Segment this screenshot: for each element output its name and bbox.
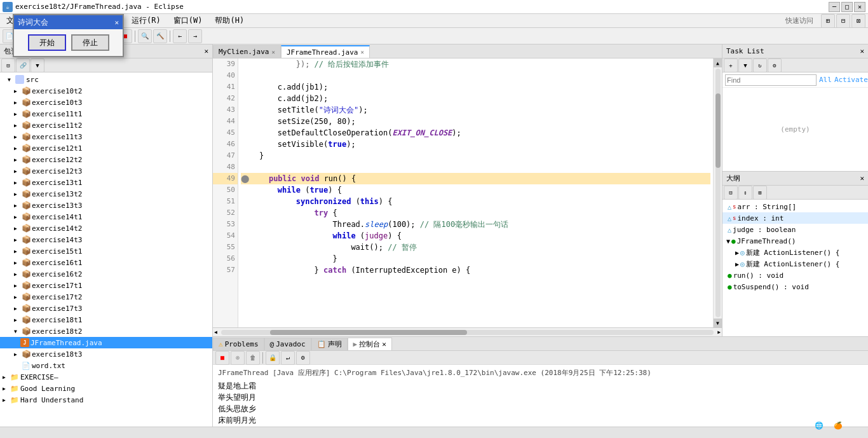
- toolbar-icon-2[interactable]: ⊟: [836, 14, 850, 28]
- tab-console-close[interactable]: ✕: [382, 340, 386, 348]
- console-clear-button[interactable]: 🗑: [246, 351, 260, 365]
- tree-item-exercise13t2[interactable]: ▶ 📦 exercise13t2: [0, 188, 212, 200]
- tree-item-exercise13t3[interactable]: ▶ 📦 exercise13t3: [0, 200, 212, 211]
- tree-item-exercise17t2[interactable]: ▶ 📦 exercise17t2: [0, 291, 212, 303]
- task-filter-button[interactable]: ▼: [738, 58, 752, 72]
- outline-filter-button[interactable]: ⊞: [753, 186, 767, 200]
- toolbar-icon-3[interactable]: ⊠: [851, 14, 865, 28]
- tree-item-exercise10t3[interactable]: ▶ 📦 exercise10t3: [0, 97, 212, 108]
- forward-button[interactable]: →: [188, 29, 202, 43]
- outline-collapse-button[interactable]: ⊟: [724, 186, 738, 200]
- outline-item-index[interactable]: △ s index : int: [722, 212, 868, 224]
- outline-close-icon[interactable]: ✕: [860, 174, 864, 182]
- tab-myclient[interactable]: MyClien.java ✕: [213, 45, 281, 58]
- code-editor[interactable]: 39 40 41 42 43 44 45 46 47 48 49 50 51 5…: [213, 58, 722, 327]
- tree-item-exercise16t1[interactable]: ▶ 📦 exercise16t1: [0, 257, 212, 268]
- console-terminate-button[interactable]: ⊗: [231, 351, 245, 365]
- tree-item-exercise14t1[interactable]: ▶ 📦 exercise14t1: [0, 211, 212, 222]
- outline-item-judge[interactable]: △ judge : boolean: [722, 224, 868, 235]
- tree-item-hard-understand[interactable]: ▶ 📁 Hard Understand: [0, 394, 212, 406]
- tree-item-exercise11t3[interactable]: ▶ 📦 exercise11t3: [0, 131, 212, 142]
- hscroll-right-button[interactable]: ▶: [716, 329, 722, 335]
- close-button[interactable]: ✕: [854, 2, 865, 12]
- tree-item-exercise18t1[interactable]: ▶ 📦 exercise18t1: [0, 314, 212, 325]
- tree-item-word-txt[interactable]: ▶ 📄 word.txt: [0, 360, 212, 371]
- menu-run[interactable]: 运行(R): [128, 14, 165, 27]
- outline-item-arr[interactable]: △ s arr : String[]: [722, 201, 868, 212]
- tab-javadoc[interactable]: @ Javadoc: [264, 338, 311, 350]
- tree-item-exercise17t3[interactable]: ▶ 📦 exercise17t3: [0, 303, 212, 314]
- popup-title-text: 诗词大会: [18, 17, 48, 28]
- tree-item-exercise13t1[interactable]: ▶ 📦 exercise13t1: [0, 177, 212, 188]
- task-new-button[interactable]: +: [724, 58, 738, 72]
- tree-item-exercise12t3[interactable]: ▶ 📦 exercise12t3: [0, 165, 212, 177]
- tab-myclient-close[interactable]: ✕: [271, 49, 275, 55]
- linenum-55: 55: [213, 242, 238, 253]
- outline-item-run[interactable]: ● run() : void: [722, 270, 868, 281]
- outline-item-actionlistener1[interactable]: ▶ ◎ 新建 ActionListener() {: [722, 247, 868, 258]
- task-refresh-button[interactable]: ↻: [753, 58, 767, 72]
- toolbar-icon-1[interactable]: ⊞: [821, 14, 835, 28]
- editor-vscrollbar[interactable]: ▲ ▼: [713, 58, 722, 327]
- console-stop-button[interactable]: ■: [215, 351, 229, 365]
- tree-item-exercise12t2[interactable]: ▶ 📦 exercise12t2: [0, 154, 212, 165]
- package-explorer-close-icon[interactable]: ✕: [204, 47, 208, 55]
- code-content[interactable]: }); // 给后按钮添加事件 c.add(jb1); c.add(jb2);: [238, 58, 713, 327]
- tree-item-exercise14t3[interactable]: ▶ 📦 exercise14t3: [0, 234, 212, 245]
- task-settings-button[interactable]: ⚙: [768, 58, 782, 72]
- menu-help[interactable]: 帮助(H): [211, 14, 248, 27]
- outline-item-actionlistener2[interactable]: ▶ ◎ 新建 ActionListener() {: [722, 258, 868, 270]
- outline-item-constructor[interactable]: ▼ ● JFrameThread(): [722, 235, 868, 247]
- tree-label-hard-understand: Hard Understand: [20, 396, 83, 404]
- tab-console[interactable]: ▶ 控制台 ✕: [348, 338, 392, 350]
- build-button[interactable]: 🔨: [153, 29, 167, 43]
- tree-item-jframethread[interactable]: J JFrameThread.java: [0, 337, 212, 348]
- tab-problems[interactable]: ⚠ Problems: [213, 338, 264, 350]
- tree-item-src[interactable]: ▼ src: [0, 74, 212, 85]
- tab-jframethread-close[interactable]: ✕: [361, 49, 364, 55]
- task-find-input[interactable]: [725, 74, 817, 86]
- tree-item-exercise10t2[interactable]: ▶ 📦 exercise10t2: [0, 85, 212, 97]
- popup-stop-button[interactable]: 停止: [71, 34, 109, 51]
- editor-hscrollbar[interactable]: ◀ ▶: [213, 327, 722, 336]
- hscroll-thumb[interactable]: [270, 330, 467, 335]
- menu-window[interactable]: 窗口(W): [170, 14, 207, 27]
- tree-item-exercise11t1[interactable]: ▶ 📦 exercise11t1: [0, 108, 212, 120]
- tree-item-good-learning[interactable]: ▶ 📁 Good Learning: [0, 383, 212, 394]
- tree-item-exercise12t1[interactable]: ▶ 📦 exercise12t1: [0, 142, 212, 154]
- tab-jframethread[interactable]: JFrameThread.java ✕: [281, 45, 370, 58]
- tree-item-exercise15t1[interactable]: ▶ 📦 exercise15t1: [0, 245, 212, 257]
- maximize-button[interactable]: □: [841, 2, 853, 12]
- tree-item-exercise11t2[interactable]: ▶ 📦 exercise11t2: [0, 120, 212, 131]
- tree-item-exercise14t2[interactable]: ▶ 📦 exercise14t2: [0, 222, 212, 234]
- scroll-up-button[interactable]: ▲: [714, 58, 722, 67]
- console-word-wrap-button[interactable]: ↵: [281, 351, 295, 365]
- title-bar-controls: ─ □ ✕: [829, 2, 865, 12]
- scroll-thumb[interactable]: [715, 93, 721, 168]
- scroll-down-button[interactable]: ▼: [714, 318, 722, 327]
- outline-sort-button[interactable]: ↕: [738, 186, 752, 200]
- console-scroll-lock-button[interactable]: 🔒: [266, 351, 280, 365]
- tree-item-exercise17t1[interactable]: ▶ 📦 exercise17t1: [0, 280, 212, 291]
- collapse-all-button[interactable]: ⊟: [1, 58, 15, 72]
- hscroll-left-button[interactable]: ◀: [213, 329, 219, 335]
- task-all-link[interactable]: All: [819, 76, 832, 84]
- popup-title[interactable]: 诗词大会 ✕: [14, 15, 123, 29]
- left-panel-menu-button[interactable]: ▼: [31, 58, 44, 72]
- popup-close-icon[interactable]: ✕: [114, 18, 119, 27]
- back-button[interactable]: ←: [173, 29, 187, 43]
- outline-item-tosuspend[interactable]: ● toSuspend() : void: [722, 281, 868, 292]
- tree-item-exercise[interactable]: ▶ 📁 EXERCISE—: [0, 371, 212, 383]
- tab-declaration[interactable]: 📋 声明: [311, 338, 348, 350]
- task-list-close-icon[interactable]: ✕: [860, 47, 864, 55]
- linenum-56: 56: [213, 253, 238, 264]
- console-settings-button[interactable]: ⚙: [296, 351, 310, 365]
- tree-item-exercise18t2[interactable]: ▼ 📦 exercise18t2: [0, 325, 212, 337]
- link-editor-button[interactable]: 🔗: [16, 58, 30, 72]
- tree-item-exercise16t2[interactable]: ▶ 📦 exercise16t2: [0, 268, 212, 280]
- tree-item-exercise18t3[interactable]: ▶ 📦 exercise18t3: [0, 348, 212, 360]
- popup-start-button[interactable]: 开始: [28, 34, 66, 51]
- task-activate-link[interactable]: Activate...: [834, 76, 868, 84]
- search-button[interactable]: 🔍: [138, 29, 152, 43]
- minimize-button[interactable]: ─: [829, 2, 840, 12]
